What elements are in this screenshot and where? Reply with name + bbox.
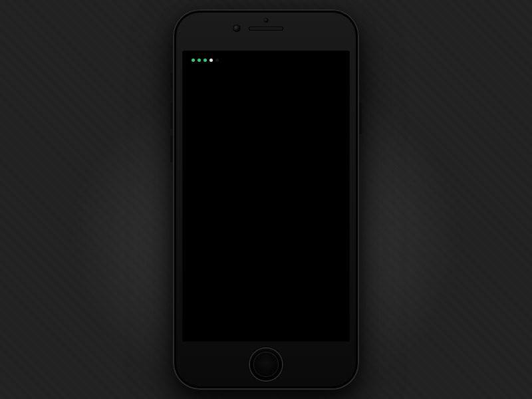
signal-dot-icon xyxy=(192,59,195,62)
phone-screen[interactable] xyxy=(182,51,350,342)
mockup-stage xyxy=(0,0,532,399)
earpiece-speaker-icon xyxy=(249,27,283,31)
signal-strength xyxy=(192,59,219,62)
power-button[interactable] xyxy=(359,102,362,134)
signal-dot-icon xyxy=(209,59,213,62)
front-camera-icon xyxy=(234,25,240,31)
mute-switch[interactable] xyxy=(170,72,173,88)
proximity-sensor-icon xyxy=(264,18,269,23)
home-button[interactable] xyxy=(250,348,282,380)
signal-dot-icon xyxy=(215,59,219,62)
signal-dot-icon xyxy=(198,59,201,62)
phone-frame xyxy=(173,9,359,390)
home-button-ring-icon xyxy=(253,352,279,377)
signal-dot-icon xyxy=(203,59,207,62)
volume-up-button[interactable] xyxy=(170,102,173,129)
volume-down-button[interactable] xyxy=(170,136,173,162)
